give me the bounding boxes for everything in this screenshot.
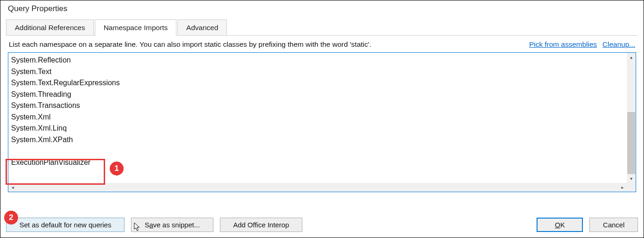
tab-additional-references[interactable]: Additional References <box>6 19 94 36</box>
tab-panel-namespace-imports: List each namespace on a separate line. … <box>6 35 638 192</box>
tab-advanced[interactable]: Advanced <box>177 19 227 36</box>
scroll-thumb[interactable] <box>627 112 635 174</box>
instruction-text: List each namespace on a separate line. … <box>9 40 371 49</box>
window-title: Query Properties <box>0 0 644 19</box>
ok-button[interactable]: OK <box>537 218 583 232</box>
tab-namespace-imports[interactable]: Namespace Imports <box>95 19 177 36</box>
vertical-scrollbar[interactable]: ▴ ▾ <box>627 53 636 183</box>
scroll-right-icon[interactable]: ▸ <box>618 183 627 192</box>
add-office-interop-button[interactable]: Add Office Interop <box>220 218 303 232</box>
tab-strip: Additional References Namespace Imports … <box>0 19 644 36</box>
horizontal-scrollbar[interactable]: ◂ ▸ <box>8 183 627 192</box>
scroll-down-icon[interactable]: ▾ <box>627 174 636 183</box>
dialog-button-row: Set as default for new queries Save as s… <box>6 218 638 232</box>
namespace-textarea[interactable]: System.Reflection System.Text System.Tex… <box>8 52 636 192</box>
cleanup-link[interactable]: Cleanup... <box>602 40 635 49</box>
save-snippet-button[interactable]: Save as snippet... <box>131 218 213 232</box>
pick-from-assemblies-link[interactable]: Pick from assemblies <box>529 40 597 49</box>
scroll-left-icon[interactable]: ◂ <box>8 183 17 192</box>
set-default-button[interactable]: Set as default for new queries <box>6 218 125 232</box>
scroll-up-icon[interactable]: ▴ <box>627 53 636 62</box>
scrollbar-corner <box>627 183 636 192</box>
cancel-button[interactable]: Cancel <box>589 218 638 232</box>
